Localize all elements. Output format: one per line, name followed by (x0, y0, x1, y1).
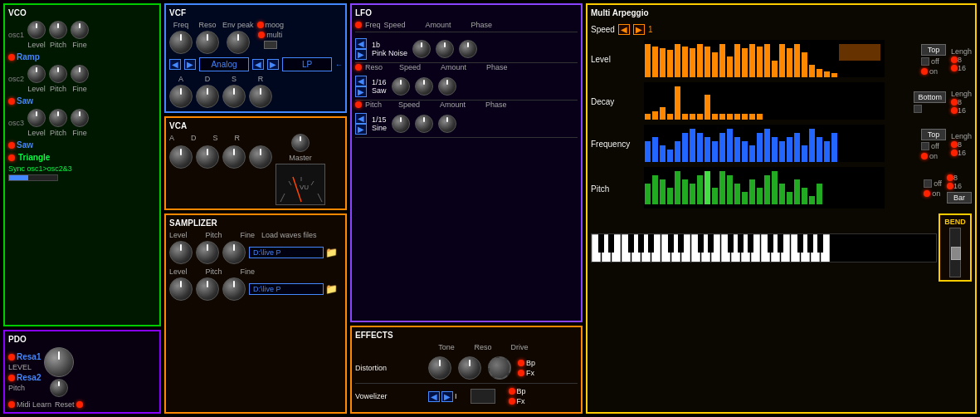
osc3-level-knob[interactable] (27, 109, 46, 127)
osc3-led[interactable] (8, 142, 15, 149)
arp-level-8-led[interactable] (951, 56, 958, 63)
pdo-pitch-knob[interactable] (50, 379, 68, 397)
vca-s-knob[interactable] (222, 145, 246, 169)
arp-level-on-led[interactable] (921, 68, 928, 75)
arp-freq-top-btn[interactable]: Top (921, 129, 946, 140)
arp-speed-next-btn[interactable]: ▶ (633, 24, 645, 35)
osc3-pitch-knob[interactable] (49, 109, 67, 127)
osc1-fine-knob[interactable] (71, 21, 89, 39)
osc1-pitch-knob[interactable] (49, 21, 67, 39)
reset-label[interactable]: Reset (55, 400, 75, 409)
distortion-reso-knob[interactable] (458, 356, 481, 380)
vcf-d-knob[interactable] (196, 85, 219, 108)
lfo1-speed-knob[interactable] (412, 40, 431, 58)
lfo2-next-btn[interactable]: ▶ (355, 86, 367, 97)
samp-pitch2-knob[interactable] (196, 277, 219, 301)
distortion-drive-knob[interactable] (488, 356, 511, 380)
samp-level1-knob[interactable] (169, 241, 193, 264)
triangle-label[interactable]: Triangle (18, 153, 50, 162)
osc2-pitch-knob[interactable] (49, 65, 67, 83)
piano-keyboard[interactable] (591, 233, 937, 262)
vcf-mode-prev-btn[interactable]: ◀ (252, 59, 264, 70)
osc3-fine-knob[interactable] (71, 109, 89, 127)
arp-level-chart[interactable] (644, 40, 885, 77)
lfo3-prev-btn[interactable]: ◀ (355, 113, 367, 124)
lfo2-phase-knob[interactable] (438, 77, 456, 96)
arp-freq-8-led[interactable] (951, 141, 958, 148)
vcf-multi-led[interactable] (258, 32, 265, 38)
lfo3-amount-knob[interactable] (415, 115, 433, 133)
vca-a-knob[interactable] (169, 145, 193, 169)
reset-led[interactable] (76, 401, 83, 408)
vowelizer-prev-btn[interactable]: ◀ (428, 391, 440, 402)
arp-decay-bottom-btn[interactable]: Bottom (914, 91, 946, 103)
arp-level-rec-off[interactable] (921, 57, 929, 66)
vow-bp-led[interactable] (509, 388, 515, 395)
arp-pitch-16-led[interactable] (947, 183, 953, 189)
lfo-reso-led[interactable] (355, 64, 362, 71)
arp-pitch-rec-off[interactable] (924, 179, 932, 188)
vcf-mode-next-btn[interactable]: ▶ (267, 59, 279, 70)
arp-freq-chart[interactable] (644, 125, 885, 162)
samp-browse1-icon[interactable]: 📁 (325, 247, 338, 258)
vcf-s-knob[interactable] (222, 85, 246, 108)
pdo-resa2-led[interactable] (8, 375, 15, 381)
lfo3-phase-knob[interactable] (438, 115, 456, 133)
samp-fine2-knob[interactable] (222, 277, 246, 301)
pdo-knob[interactable] (44, 347, 74, 377)
arp-level-top-btn[interactable]: Top (921, 44, 946, 56)
samp-pitch1-knob[interactable] (196, 241, 219, 264)
osc2-led[interactable] (8, 98, 15, 105)
pdo-resa1-led[interactable] (8, 354, 15, 361)
osc1-led[interactable] (8, 54, 15, 61)
arp-speed-prev-btn[interactable]: ◀ (618, 24, 630, 35)
sync-slider[interactable] (8, 174, 58, 181)
vcf-reso-knob[interactable] (196, 31, 219, 54)
vcf-analog-next-btn[interactable]: ▶ (184, 59, 196, 70)
arp-freq-rec-off[interactable] (921, 142, 929, 150)
dist-fx-led[interactable] (518, 370, 524, 376)
lfo1-phase-knob[interactable] (459, 40, 477, 58)
osc1-wave-label[interactable]: Ramp (17, 52, 40, 61)
arp-pitch-chart[interactable] (644, 167, 885, 208)
lfo1-next-btn[interactable]: ▶ (355, 49, 367, 60)
vcf-mode-indicator[interactable] (264, 41, 277, 49)
vcf-filter-mode-display[interactable]: LP (282, 57, 332, 71)
arp-level-16-led[interactable] (951, 65, 958, 71)
arp-pitch-on-led[interactable] (924, 190, 930, 197)
arp-decay-16-led[interactable] (951, 107, 958, 114)
triangle-led[interactable] (8, 155, 15, 161)
lfo3-next-btn[interactable]: ▶ (355, 124, 367, 135)
lfo2-amount-knob[interactable] (415, 77, 433, 96)
bend-slider[interactable] (949, 228, 961, 277)
arp-pitch-8-led[interactable] (947, 174, 953, 181)
arp-freq-16-led[interactable] (951, 150, 958, 156)
dist-bp-led[interactable] (518, 360, 524, 366)
osc1-level-knob[interactable] (27, 21, 46, 39)
vcf-a-knob[interactable] (169, 85, 193, 108)
lfo2-speed-knob[interactable] (392, 77, 410, 96)
arp-pitch-bar-btn[interactable]: Bar (947, 192, 972, 204)
vowelizer-next-btn[interactable]: ▶ (441, 391, 453, 402)
samp-browse2-icon[interactable]: 📁 (325, 283, 338, 295)
vca-d-knob[interactable] (196, 145, 219, 169)
arp-decay-8-led[interactable] (951, 99, 958, 105)
vcf-analog-prev-btn[interactable]: ◀ (169, 59, 181, 70)
vca-master-knob[interactable] (291, 134, 310, 152)
lfo-pitch-led[interactable] (355, 101, 362, 108)
vow-fx-led[interactable] (509, 398, 515, 405)
distortion-tone-knob[interactable] (428, 356, 451, 380)
lfo1-prev-btn[interactable]: ◀ (355, 38, 367, 49)
osc2-wave-label[interactable]: Saw (17, 96, 33, 105)
vcf-filter-type-display[interactable]: Analog (199, 57, 249, 71)
midi-learn-label[interactable]: Midi Learn (17, 400, 51, 409)
samp-fine1-knob[interactable] (222, 241, 246, 264)
midi-learn-led[interactable] (8, 401, 15, 408)
vcf-moog-led[interactable] (257, 22, 264, 28)
arp-decay-rec[interactable] (914, 105, 922, 113)
pdo-resa1-label[interactable]: Resa1 (17, 352, 41, 361)
lfo2-prev-btn[interactable]: ◀ (355, 76, 367, 86)
arp-decay-chart[interactable] (644, 82, 885, 120)
osc2-level-knob[interactable] (27, 65, 46, 83)
vcf-env-knob[interactable] (227, 31, 250, 54)
